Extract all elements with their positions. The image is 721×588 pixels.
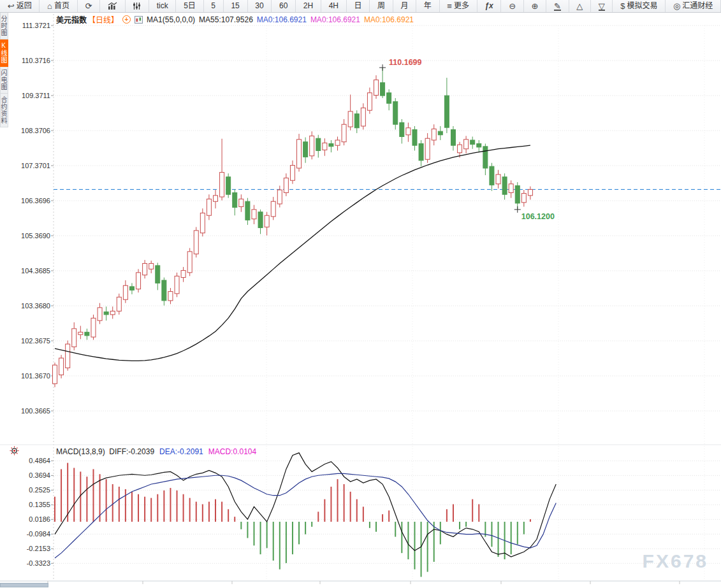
bar-chart-icon — [108, 2, 117, 10]
fx678-button[interactable]: ◎汇通财经 — [666, 0, 721, 12]
candle — [483, 143, 488, 175]
candle — [207, 194, 211, 220]
period-15m-button-label: 15 — [231, 0, 239, 12]
macd-axis: 0.48640.36940.25250.13550.0186-0.0984-0.… — [27, 457, 50, 567]
candle — [361, 103, 365, 129]
home-button[interactable]: ⌂首页 — [40, 0, 77, 12]
back-icon: ↩ — [8, 0, 15, 12]
candle — [252, 205, 256, 224]
period-week-button[interactable]: 周 — [370, 0, 393, 12]
candle — [214, 190, 218, 208]
svg-text:102.3675: 102.3675 — [21, 337, 50, 345]
candle — [181, 267, 186, 282]
candle — [143, 260, 147, 278]
candle — [425, 133, 430, 163]
candle — [265, 212, 269, 236]
diff-line — [55, 453, 556, 557]
candle — [451, 126, 455, 151]
tick-button[interactable]: tick — [149, 0, 176, 12]
candle — [496, 170, 500, 189]
svg-text:109.3711: 109.3711 — [22, 92, 50, 99]
candle-chart-icon[interactable] — [135, 16, 143, 24]
period-30m-button-label: 30 — [255, 0, 263, 12]
pencil-icon: ✎ — [554, 0, 561, 12]
draw-button[interactable]: ✎ — [546, 0, 569, 12]
candle — [200, 208, 205, 236]
dea-line — [55, 473, 556, 558]
low-annotation: 106.1200 — [514, 206, 555, 221]
period-year-button[interactable]: 年 — [416, 0, 439, 12]
candle — [374, 75, 379, 99]
price-axis: 111.3721110.3716109.3711108.3706107.3701… — [21, 22, 50, 415]
period-4h-button-label: 4H — [329, 0, 339, 12]
triangle-up-button[interactable]: △ — [569, 0, 591, 12]
period-5d-button[interactable]: 5日 — [176, 0, 203, 12]
candle — [66, 341, 70, 371]
formula-button[interactable]: ƒx — [477, 0, 502, 12]
period-5d-button-label: 5日 — [184, 0, 196, 12]
zoom-in-button[interactable]: ⊕ — [524, 0, 546, 12]
candle — [490, 163, 494, 191]
dollar-icon: $ — [620, 0, 625, 12]
candle — [515, 182, 520, 210]
macd-settings-icon[interactable] — [10, 446, 19, 455]
time-axis — [0, 581, 721, 584]
candle — [123, 280, 127, 303]
svg-text:100.3665: 100.3665 — [21, 407, 50, 415]
macd-histogram — [54, 463, 531, 577]
period-month-button[interactable]: 月 — [393, 0, 416, 12]
macd-value: MACD:0.0104 — [208, 447, 256, 456]
svg-text:104.3685: 104.3685 — [21, 267, 50, 275]
refresh-button[interactable]: ⟳ — [78, 0, 100, 12]
chart-canvas[interactable]: 111.3721110.3716109.3711108.3706107.3701… — [0, 13, 721, 588]
dea-value: DEA:-0.2091 — [159, 447, 203, 456]
chart-type-button[interactable] — [100, 0, 125, 12]
candle — [136, 269, 141, 292]
zoom-in-icon: ⊕ — [532, 0, 539, 12]
period-4h-button[interactable]: 4H — [321, 0, 347, 12]
svg-text:101.3670: 101.3670 — [21, 372, 50, 380]
sliders-icon — [133, 2, 141, 10]
instrument-title: 美元指数 — [56, 14, 87, 25]
period-year-button-label: 年 — [424, 0, 432, 12]
period-2h-button[interactable]: 2H — [296, 0, 321, 12]
add-indicator-icon[interactable]: + — [122, 15, 131, 24]
candle — [277, 185, 282, 207]
triangle-down-button[interactable]: ▽ — [591, 0, 613, 12]
candle — [156, 262, 160, 290]
svg-text:0.0186: 0.0186 — [29, 515, 50, 523]
period-day-button-label: 日 — [354, 0, 361, 12]
candle — [509, 180, 513, 198]
price-pane-header: 美元指数 【日线】 + MA1(55,0,0,0) MA55:107.9526 … — [56, 15, 414, 24]
period-5m-button[interactable]: 5 — [204, 0, 224, 12]
period-60m-button[interactable]: 60 — [272, 0, 296, 12]
back-button[interactable]: ↩返回 — [0, 0, 40, 12]
candle — [162, 278, 166, 306]
svg-text:110.3716: 110.3716 — [22, 57, 50, 64]
more-button[interactable]: ≡更多 — [440, 0, 477, 12]
period-30m-button[interactable]: 30 — [248, 0, 272, 12]
period-day-button[interactable]: 日 — [347, 0, 370, 12]
candle — [290, 161, 295, 184]
svg-text:106.3696: 106.3696 — [21, 197, 50, 204]
period-15m-button[interactable]: 15 — [224, 0, 248, 12]
candle — [432, 124, 436, 145]
indicator-settings-button[interactable] — [126, 0, 149, 12]
candle — [104, 306, 108, 320]
horizontal-scrollbar-thumb[interactable] — [0, 583, 48, 587]
candle — [187, 248, 192, 276]
candle — [444, 78, 449, 133]
candles — [53, 68, 533, 387]
candle — [194, 227, 198, 257]
zoom-out-button[interactable]: ⊖ — [501, 0, 523, 12]
period-week-button-label: 周 — [377, 0, 385, 12]
candle — [393, 98, 398, 130]
candle — [233, 189, 237, 215]
candle — [239, 194, 244, 212]
triangle-down-icon: ▽ — [599, 0, 605, 12]
diff-value: DIFF:-0.2039 — [109, 447, 154, 456]
sim-trade-button[interactable]: $模拟交易 — [613, 0, 666, 12]
candle — [297, 134, 302, 171]
fx678-watermark: FX678 — [643, 550, 708, 572]
fx-icon: ƒx — [484, 0, 493, 12]
